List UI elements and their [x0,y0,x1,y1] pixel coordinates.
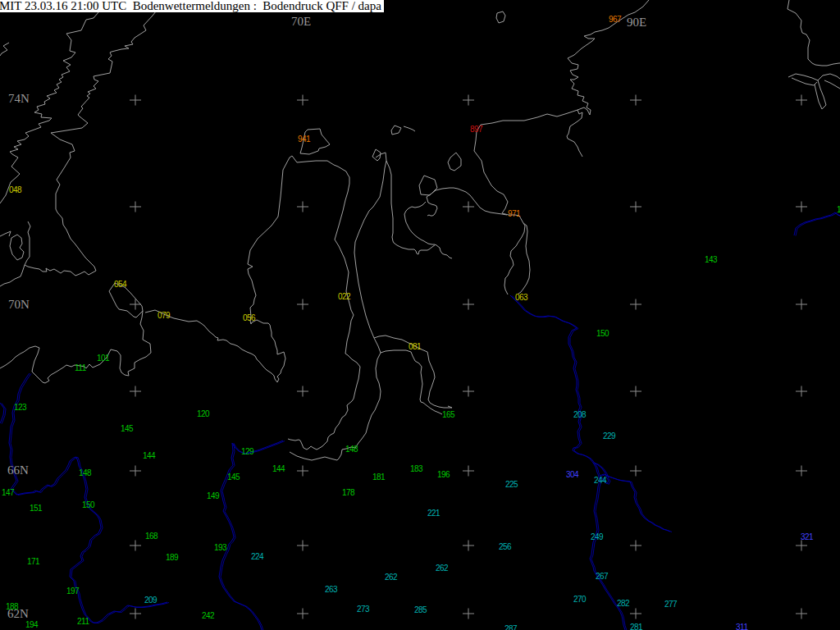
svg-text:208: 208 [573,410,587,419]
svg-text:150: 150 [82,500,95,509]
svg-text:145: 145 [121,424,134,433]
svg-text:267: 267 [596,572,609,581]
svg-text:211: 211 [77,617,89,626]
svg-text:196: 196 [437,470,450,479]
svg-text:244: 244 [594,476,607,485]
svg-text:971: 971 [508,209,521,218]
svg-text:90E: 90E [627,16,646,29]
svg-text:111: 111 [75,363,87,372]
svg-text:171: 171 [27,557,40,566]
svg-text:311: 311 [736,623,748,630]
svg-text:054: 054 [114,280,127,289]
svg-text:304: 304 [566,470,579,479]
svg-text:056: 056 [243,313,256,322]
svg-text:263: 263 [325,585,338,594]
svg-text:144: 144 [272,464,285,473]
svg-text:129: 129 [241,447,254,456]
svg-text:273: 273 [357,605,370,614]
svg-text:262: 262 [436,564,449,573]
svg-text:165: 165 [442,410,455,419]
svg-text:181: 181 [372,472,386,482]
svg-text:183: 183 [410,464,423,473]
svg-text:197: 197 [66,587,80,596]
svg-text:150: 150 [596,329,609,338]
svg-text:967: 967 [609,15,622,24]
svg-text:178: 178 [342,488,355,497]
svg-text:277: 277 [664,600,678,609]
svg-text:249: 249 [591,532,604,541]
svg-text:225: 225 [505,480,518,489]
svg-text:120: 120 [197,409,210,418]
svg-text:229: 229 [603,431,616,441]
svg-text:14: 14 [837,205,840,214]
svg-text:897: 897 [470,125,483,134]
svg-text:285: 285 [414,605,427,614]
svg-text:221: 221 [427,509,441,518]
svg-text:270: 270 [573,595,587,604]
svg-text:224: 224 [251,552,264,561]
svg-text:101: 101 [97,354,110,363]
svg-text:189: 189 [166,553,179,562]
svg-text:145: 145 [227,472,240,482]
svg-text:282: 282 [617,599,630,608]
svg-text:022: 022 [338,292,351,301]
svg-text:148: 148 [345,445,358,454]
svg-text:081: 081 [409,342,422,351]
svg-text:242: 242 [202,611,215,620]
svg-text:079: 079 [158,311,171,320]
svg-text:193: 193 [214,543,227,552]
svg-text:144: 144 [143,451,156,460]
svg-text:147: 147 [2,488,15,497]
svg-text:287: 287 [504,624,518,630]
svg-text:262: 262 [385,573,398,582]
svg-text:209: 209 [144,596,158,605]
svg-text:149: 149 [207,491,220,500]
svg-text:74N: 74N [8,92,30,105]
svg-text:143: 143 [705,255,718,264]
svg-text:151: 151 [30,504,43,513]
svg-text:66N: 66N [7,463,29,477]
svg-text:281: 281 [630,623,643,630]
svg-text:168: 168 [145,532,158,541]
svg-text:148: 148 [79,468,92,477]
svg-text:70E: 70E [291,15,311,28]
svg-text:70N: 70N [8,298,30,311]
svg-text:256: 256 [499,542,512,551]
svg-text:321: 321 [801,532,814,541]
svg-text:123: 123 [14,403,27,412]
svg-text:MIT 23.03.16 21:00 UTC Bodenw: MIT 23.03.16 21:00 UTC Bodenwettermeldun… [0,0,381,12]
svg-text:063: 063 [515,293,528,302]
svg-text:194: 194 [25,620,39,629]
svg-text:048: 048 [9,185,22,194]
svg-text:188: 188 [6,602,19,611]
svg-text:941: 941 [298,135,311,144]
